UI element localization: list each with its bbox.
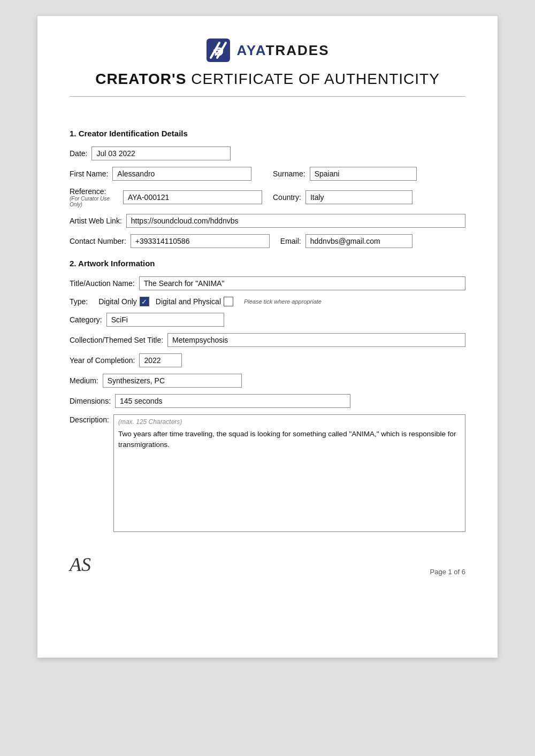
description-max-note: (max. 125 Characters) — [118, 418, 461, 426]
certificate-page: ⌀ AYATRADES CREATOR'S CERTIFICATE OF AUT… — [37, 16, 498, 658]
section2-title: 2. Artwork Information — [70, 259, 465, 268]
tick-note: Please tick where appropriate — [244, 298, 322, 305]
date-row: Date: Jul 03 2022 — [70, 146, 465, 160]
surname-label: Surname: — [273, 169, 305, 178]
reference-sub: (For Curator Use Only) — [70, 196, 119, 207]
header-divider — [70, 96, 465, 97]
title-auction-row: Title/Auction Name: The Search for "ANIM… — [70, 276, 465, 290]
email-label: Email: — [280, 237, 301, 245]
web-link-label: Artist Web Link: — [70, 217, 122, 225]
type-label: Type: — [70, 297, 88, 306]
contact-col: Contact Number: +393314110586 — [70, 234, 270, 248]
reference-label: Reference: — [70, 187, 119, 196]
country-value: Italy — [305, 190, 412, 204]
description-text: Two years after time traveling, the squa… — [118, 429, 461, 451]
collection-row: Collection/Themed Set Title: Metempsycho… — [70, 333, 465, 347]
web-link-row: Artist Web Link: https://soundcloud.com/… — [70, 214, 465, 228]
collection-value: Metempsychosis — [167, 333, 465, 347]
date-label: Date: — [70, 149, 87, 158]
year-value: 2022 — [139, 353, 182, 367]
page-number: Page 1 of 6 — [430, 568, 466, 576]
page-header: ⌀ AYATRADES CREATOR'S CERTIFICATE OF AUT… — [70, 37, 465, 113]
name-row: First Name: Alessandro Surname: Spaiani — [70, 167, 465, 181]
digital-physical-checkbox[interactable] — [224, 297, 233, 306]
title-auction-value: The Search for "ANIMA" — [139, 276, 465, 290]
medium-row: Medium: Synthesizers, PC — [70, 374, 465, 388]
digital-physical-label: Digital and Physical — [156, 297, 221, 306]
dimensions-row: Dimensions: 145 seconds — [70, 394, 465, 408]
first-name-label: First Name: — [70, 169, 108, 178]
year-label: Year of Completion: — [70, 356, 135, 365]
email-value: hddnvbs@gmail.com — [305, 234, 412, 248]
collection-label: Collection/Themed Set Title: — [70, 336, 163, 344]
surname-col: Surname: Spaiani — [273, 167, 465, 181]
reference-label-stack: Reference: (For Curator Use Only) — [70, 187, 119, 207]
contact-value: +393314110586 — [131, 234, 270, 248]
first-name-value: Alessandro — [112, 167, 251, 181]
category-label: Category: — [70, 315, 102, 324]
digital-only-checkbox-item: Digital Only ✓ — [98, 297, 149, 306]
type-row: Type: Digital Only ✓ Digital and Physica… — [70, 297, 465, 306]
year-row: Year of Completion: 2022 — [70, 353, 465, 367]
logo-area: ⌀ AYATRADES — [205, 37, 329, 63]
medium-label: Medium: — [70, 376, 98, 385]
signature: AS — [70, 553, 91, 576]
category-value: SciFi — [106, 313, 224, 327]
contact-label: Contact Number: — [70, 237, 126, 245]
digital-only-checkbox[interactable]: ✓ — [140, 297, 149, 306]
category-row: Category: SciFi — [70, 313, 465, 327]
dimensions-label: Dimensions: — [70, 397, 111, 405]
digital-physical-checkbox-item: Digital and Physical — [156, 297, 233, 306]
title-auction-label: Title/Auction Name: — [70, 279, 135, 288]
certificate-title: CREATOR'S CERTIFICATE OF AUTHENTICITY — [95, 71, 440, 88]
section1: 1. Creator Identification Details Date: … — [70, 129, 465, 248]
section1-title: 1. Creator Identification Details — [70, 129, 465, 138]
surname-value: Spaiani — [310, 167, 417, 181]
digital-only-label: Digital Only — [98, 297, 137, 306]
logo-text: AYATRADES — [236, 42, 329, 59]
contact-row: Contact Number: +393314110586 Email: hdd… — [70, 234, 465, 248]
reference-row: Reference: (For Curator Use Only) AYA-00… — [70, 187, 465, 207]
section2: 2. Artwork Information Title/Auction Nam… — [70, 259, 465, 532]
ayatrades-logo-icon: ⌀ — [205, 37, 231, 63]
medium-value: Synthesizers, PC — [103, 374, 242, 388]
country-label: Country: — [273, 193, 301, 202]
web-link-value: https://soundcloud.com/hddnvbs — [126, 214, 465, 228]
first-name-col: First Name: Alessandro — [70, 167, 262, 181]
country-col: Country: Italy — [273, 190, 465, 204]
reference-col: Reference: (For Curator Use Only) AYA-00… — [70, 187, 262, 207]
description-label: Description: — [70, 414, 109, 424]
description-box: (max. 125 Characters) Two years after ti… — [113, 414, 465, 532]
email-col: Email: hddnvbs@gmail.com — [280, 234, 465, 248]
dimensions-value: 145 seconds — [115, 394, 350, 408]
date-value: Jul 03 2022 — [91, 146, 231, 160]
description-section: Description: (max. 125 Characters) Two y… — [70, 414, 465, 532]
page-footer: AS Page 1 of 6 — [70, 553, 465, 576]
reference-value: AYA-000121 — [123, 190, 262, 204]
